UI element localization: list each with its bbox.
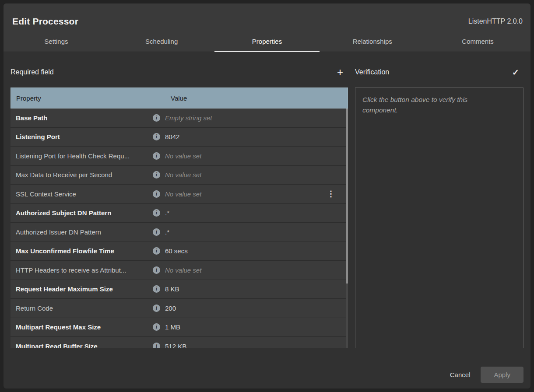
scrollbar-thumb[interactable] — [346, 108, 348, 284]
property-name: Authorized Issuer DN Pattern — [16, 228, 153, 236]
property-name: Listening Port — [16, 133, 153, 140]
info-icon[interactable]: i — [153, 171, 160, 178]
property-value: .* — [165, 209, 343, 217]
tab-relationships[interactable]: Relationships — [320, 31, 425, 52]
property-value: 8 KB — [165, 285, 343, 293]
verification-panel: Verification ✓ Click the button above to… — [355, 52, 523, 348]
verification-results-box: Click the button above to verify this co… — [355, 88, 523, 348]
tab-bar: Settings Scheduling Properties Relations… — [4, 31, 530, 52]
column-header-value[interactable]: Value — [171, 94, 342, 102]
info-icon[interactable]: i — [153, 133, 160, 140]
property-value: .* — [165, 228, 343, 236]
property-name: Multipart Request Max Size — [16, 323, 153, 331]
info-icon[interactable]: i — [153, 209, 160, 217]
property-name: Base Path — [16, 114, 153, 122]
column-header-property[interactable]: Property — [16, 94, 171, 102]
tab-comments[interactable]: Comments — [425, 31, 530, 52]
table-scrollbar[interactable] — [346, 108, 348, 348]
title-row: Edit Processor ListenHTTP 2.0.0 — [4, 4, 530, 31]
table-row-multipart-request-max-size[interactable]: Multipart Request Max Size i 1 MB — [11, 318, 348, 337]
table-row-return-code[interactable]: Return Code i 200 — [11, 299, 348, 318]
info-icon[interactable]: i — [153, 304, 160, 312]
table-row-authorized-issuer-dn[interactable]: Authorized Issuer DN Pattern i .* — [11, 223, 348, 242]
info-icon[interactable]: i — [153, 114, 160, 122]
verification-label: Verification — [355, 68, 389, 76]
property-name: Max Unconfirmed Flowfile Time — [16, 247, 153, 255]
table-row-max-unconfirmed-flowfile-time[interactable]: Max Unconfirmed Flowfile Time i 60 secs — [11, 242, 348, 261]
add-property-button[interactable]: + — [332, 64, 348, 80]
info-icon[interactable]: i — [153, 152, 160, 160]
table-row-multipart-read-buffer-size[interactable]: Multipart Read Buffer Size i 512 KB — [11, 337, 348, 348]
property-name: Multipart Read Buffer Size — [16, 343, 153, 348]
table-row-request-header-max-size[interactable]: Request Header Maximum Size i 8 KB — [11, 280, 348, 299]
properties-table: Property Value Base Path i Empty string … — [11, 88, 348, 348]
table-header-row: Property Value — [11, 88, 348, 108]
property-name: Listening Port for Health Check Requ... — [16, 152, 153, 160]
property-value: 60 secs — [165, 247, 343, 255]
verify-button[interactable]: ✓ — [508, 64, 523, 80]
dialog-title: Edit Processor — [12, 16, 78, 27]
table-row-listening-port[interactable]: Listening Port i 8042 — [11, 128, 348, 147]
property-value: No value set — [165, 266, 343, 274]
info-icon[interactable]: i — [153, 190, 160, 198]
plus-icon: + — [337, 67, 343, 77]
properties-panel-header: Required field + — [11, 63, 348, 81]
properties-panel: Required field + Property Value Base Pat… — [11, 52, 348, 348]
table-row-http-headers-as-attributes[interactable]: HTTP Headers to receive as Attribut... i… — [11, 261, 348, 280]
tab-settings[interactable]: Settings — [4, 31, 109, 52]
tab-properties[interactable]: Properties — [214, 31, 320, 52]
dialog-footer: Cancel Apply — [4, 348, 530, 388]
table-row-max-data-per-second[interactable]: Max Data to Receive per Second i No valu… — [11, 166, 348, 185]
property-name: Request Header Maximum Size — [16, 285, 153, 293]
property-name: SSL Context Service — [16, 190, 153, 198]
apply-button[interactable]: Apply — [481, 367, 523, 383]
info-icon[interactable]: i — [153, 228, 160, 236]
processor-type-version: ListenHTTP 2.0.0 — [468, 18, 523, 25]
info-icon[interactable]: i — [153, 343, 160, 348]
check-icon: ✓ — [512, 68, 519, 77]
verification-panel-header: Verification ✓ — [355, 63, 523, 81]
property-value: No value set — [165, 171, 343, 178]
property-name: HTTP Headers to receive as Attribut... — [16, 266, 153, 274]
cancel-button[interactable]: Cancel — [443, 367, 478, 383]
property-value: Empty string set — [165, 114, 343, 122]
property-name: Max Data to Receive per Second — [16, 171, 153, 178]
property-name: Authorized Subject DN Pattern — [16, 209, 153, 217]
property-value: 200 — [165, 304, 343, 312]
more-options-icon[interactable]: ⋮ — [327, 190, 335, 198]
table-row-base-path[interactable]: Base Path i Empty string set — [11, 108, 348, 128]
info-icon[interactable]: i — [153, 285, 160, 293]
info-icon[interactable]: i — [153, 266, 160, 274]
property-value: 1 MB — [165, 323, 343, 331]
property-value: No value set — [165, 190, 327, 198]
table-row-health-check-port[interactable]: Listening Port for Health Check Requ... … — [11, 147, 348, 166]
property-value: 8042 — [165, 133, 343, 140]
table-body: Base Path i Empty string set Listening P… — [11, 108, 348, 348]
edit-processor-dialog: Edit Processor ListenHTTP 2.0.0 Settings… — [4, 4, 530, 388]
tab-scheduling[interactable]: Scheduling — [109, 31, 214, 52]
info-icon[interactable]: i — [153, 247, 160, 255]
table-row-authorized-subject-dn[interactable]: Authorized Subject DN Pattern i .* — [11, 204, 348, 223]
dialog-header: Edit Processor ListenHTTP 2.0.0 Settings… — [4, 4, 530, 52]
required-field-label: Required field — [11, 68, 54, 76]
verification-message: Click the button above to verify this co… — [362, 94, 494, 116]
property-value: 512 KB — [165, 343, 343, 348]
info-icon[interactable]: i — [153, 323, 160, 331]
dialog-body: Required field + Property Value Base Pat… — [4, 52, 530, 348]
table-row-ssl-context-service[interactable]: SSL Context Service i No value set ⋮ — [11, 185, 348, 204]
property-name: Return Code — [16, 304, 153, 312]
property-value: No value set — [165, 152, 343, 160]
